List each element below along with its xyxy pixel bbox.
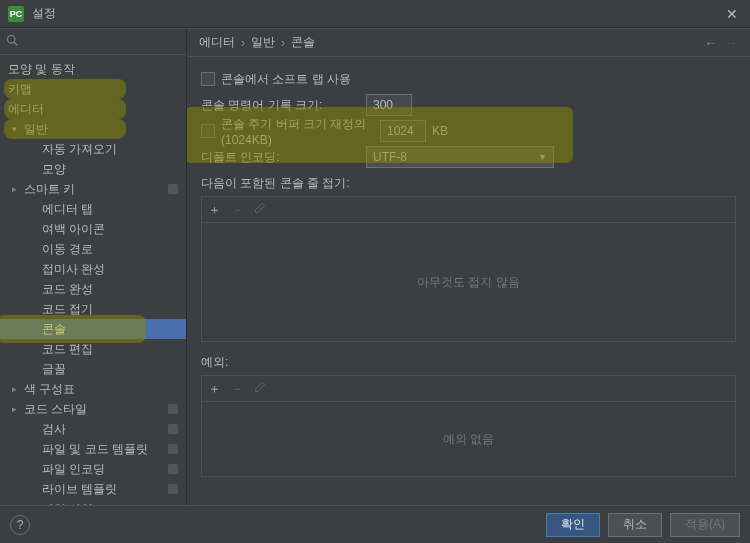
tree-item-label: 라이브 템플릿 [42,481,164,498]
tree-item[interactable]: ▸스마트 키 [0,179,186,199]
help-button[interactable]: ? [10,515,30,535]
scope-icon [168,184,178,194]
chevron-down-icon: ▼ [538,152,547,162]
search-box[interactable] [0,29,186,55]
tree-item-label: 글꼴 [42,361,178,378]
scope-icon [168,404,178,414]
tree-item[interactable]: 코드 완성 [0,279,186,299]
tree-item-label: 검사 [42,421,164,438]
tree-item[interactable]: ▸모양 및 동작 [0,59,186,79]
tree-item[interactable]: 검사 [0,419,186,439]
tree-item[interactable]: 파일 및 코드 템플릿 [0,439,186,459]
tree-item-label: 접미사 완성 [42,261,178,278]
tree-item[interactable]: 에디터 탭 [0,199,186,219]
exception-empty-text: 예외 없음 [443,431,494,448]
svg-point-0 [8,36,16,44]
edit-icon [254,381,266,396]
tree-item[interactable]: ▾에디터 [0,99,186,119]
buffer-override-checkbox[interactable] [201,124,215,138]
tree-item-label: 파일 인코딩 [42,461,164,478]
scope-icon [168,464,178,474]
breadcrumb-editor[interactable]: 에디터 [199,34,235,51]
buffer-size-input[interactable] [380,120,426,142]
tree-item[interactable]: ▾일반 [0,119,186,139]
search-icon [6,34,18,49]
nav-back-icon[interactable]: ← [704,35,718,51]
svg-line-1 [14,42,17,45]
tree-item[interactable]: 글꼴 [0,359,186,379]
tree-item[interactable]: 파일 타입 [0,499,186,505]
tree-item-label: 스마트 키 [24,181,164,198]
exception-toolbar: ＋ － [201,375,736,401]
chevron-right-icon[interactable]: ▸ [12,404,22,414]
tree-item-label: 파일 타입 [42,501,178,506]
apply-button[interactable]: 적용(A) [670,513,740,537]
tree-item-label: 에디터 [8,101,178,118]
history-size-input[interactable] [366,94,412,116]
tree-item-label: 코드 완성 [42,281,178,298]
app-icon: PC [8,6,24,22]
chevron-right-icon: › [281,36,285,50]
breadcrumb-bar: 에디터 › 일반 › 콘솔 ← → [187,29,750,57]
tree-item[interactable]: 키맵 [0,79,186,99]
soft-wrap-checkbox[interactable] [201,72,215,86]
tree-item-label: 자동 가져오기 [42,141,178,158]
ok-button[interactable]: 확인 [546,513,600,537]
fold-toolbar: ＋ － [201,196,736,222]
history-size-label: 콘솔 명령어 기록 크기: [201,97,366,114]
chevron-down-icon[interactable]: ▾ [0,104,6,114]
add-icon[interactable]: ＋ [208,380,221,398]
settings-sidebar: ▸모양 및 동작키맵▾에디터▾일반자동 가져오기모양▸스마트 키에디터 탭여백 … [0,29,187,505]
tree-item[interactable]: 코드 접기 [0,299,186,319]
exception-section-label: 예외: [201,354,736,371]
tree-item-label: 모양 및 동작 [8,61,178,78]
tree-item-label: 파일 및 코드 템플릿 [42,441,164,458]
settings-form: 콘솔에서 소프트 랩 사용 콘솔 명령어 기록 크기: 콘솔 주기 버퍼 크기 … [187,57,750,505]
exception-patterns-list[interactable]: 예외 없음 [201,401,736,477]
search-input[interactable] [22,35,180,49]
tree-item[interactable]: 접미사 완성 [0,259,186,279]
tree-item-label: 여백 아이콘 [42,221,178,238]
tree-item-label: 색 구성표 [24,381,178,398]
chevron-right-icon[interactable]: ▸ [0,64,6,74]
tree-item-label: 콘솔 [42,321,178,338]
encoding-value: UTF-8 [373,150,407,164]
breadcrumb-general[interactable]: 일반 [251,34,275,51]
chevron-right-icon[interactable]: ▸ [12,384,22,394]
tree-item[interactable]: 여백 아이콘 [0,219,186,239]
scope-icon [168,424,178,434]
dialog-footer: ? 확인 취소 적용(A) [0,505,750,543]
tree-item[interactable]: ▸색 구성표 [0,379,186,399]
tree-item-label: 코드 스타일 [24,401,164,418]
tree-item-label: 코드 접기 [42,301,178,318]
add-icon[interactable]: ＋ [208,201,221,219]
close-icon[interactable]: ✕ [722,6,742,22]
chevron-right-icon[interactable]: ▸ [12,184,22,194]
tree-item-label: 모양 [42,161,178,178]
remove-icon: － [231,201,244,219]
buffer-override-label: 콘솔 주기 버퍼 크기 재정의(1024KB) [221,116,380,147]
chevron-right-icon: › [241,36,245,50]
tree-item-label: 일반 [24,121,178,138]
tree-item[interactable]: 코드 편집 [0,339,186,359]
tree-item-label: 키맵 [8,81,178,98]
fold-patterns-list[interactable]: 아무것도 접지 않음 [201,222,736,342]
chevron-down-icon[interactable]: ▾ [12,124,22,134]
tree-item[interactable]: 라이브 템플릿 [0,479,186,499]
tree-item[interactable]: 콘솔 [0,319,186,339]
fold-empty-text: 아무것도 접지 않음 [417,274,520,291]
tree-item-label: 이동 경로 [42,241,178,258]
nav-forward-icon: → [724,35,738,51]
edit-icon [254,202,266,217]
scope-icon [168,484,178,494]
tree-item[interactable]: 자동 가져오기 [0,139,186,159]
fold-section-label: 다음이 포함된 콘솔 줄 접기: [201,175,736,192]
tree-item[interactable]: 이동 경로 [0,239,186,259]
settings-tree[interactable]: ▸모양 및 동작키맵▾에디터▾일반자동 가져오기모양▸스마트 키에디터 탭여백 … [0,55,186,505]
cancel-button[interactable]: 취소 [608,513,662,537]
tree-item[interactable]: 모양 [0,159,186,179]
tree-item[interactable]: 파일 인코딩 [0,459,186,479]
tree-item[interactable]: ▸코드 스타일 [0,399,186,419]
encoding-dropdown[interactable]: UTF-8 ▼ [366,146,554,168]
buffer-unit-label: KB [432,124,448,138]
